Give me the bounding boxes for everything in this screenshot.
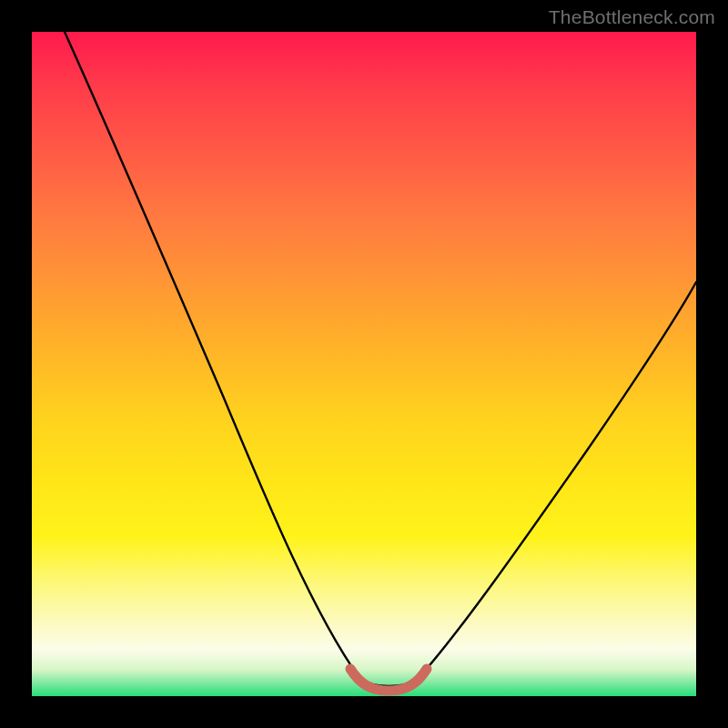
- curve-right-branch: [419, 282, 696, 678]
- watermark-text: TheBottleneck.com: [549, 6, 715, 28]
- highlight-segment: [350, 669, 427, 691]
- curve-left-branch: [65, 32, 359, 678]
- chart-frame: TheBottleneck.com: [0, 0, 728, 728]
- plot-area: [32, 32, 696, 696]
- curve-layer: [32, 32, 696, 696]
